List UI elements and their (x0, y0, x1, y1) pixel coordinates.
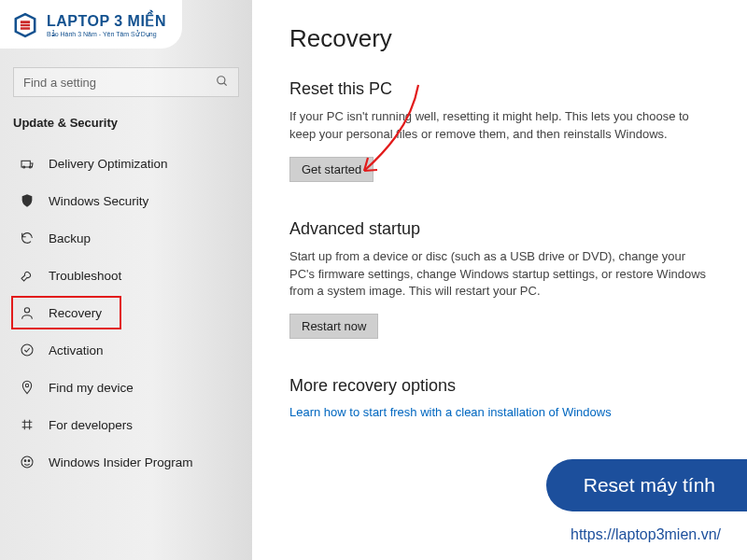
sidebar-item-for-developers[interactable]: For developers (0, 406, 252, 443)
backup-icon (19, 230, 35, 246)
annotation-badge: Reset máy tính (546, 459, 747, 511)
sidebar-nav: Delivery Optimization Windows Security B… (0, 145, 252, 481)
restart-now-button[interactable]: Restart now (289, 314, 378, 339)
svg-point-8 (21, 456, 33, 468)
sidebar-item-activation[interactable]: Activation (0, 331, 252, 369)
sidebar-item-windows-security[interactable]: Windows Security (0, 182, 252, 219)
svg-point-9 (24, 460, 26, 462)
sidebar-item-backup[interactable]: Backup (0, 219, 252, 257)
svg-rect-2 (21, 161, 30, 167)
advanced-heading: Advanced startup (289, 219, 710, 239)
page-title: Recovery (289, 24, 710, 53)
delivery-icon (19, 155, 35, 172)
fresh-install-link[interactable]: Learn how to start fresh with a clean in… (289, 405, 612, 419)
sidebar-item-label: Windows Security (49, 194, 148, 208)
sidebar-item-label: Troubleshoot (49, 269, 121, 283)
sidebar: LAPTOP 3 MIỀN Bảo Hành 3 Năm - Yên Tâm S… (0, 0, 252, 560)
shield-icon (19, 192, 35, 209)
sidebar-item-windows-insider[interactable]: Windows Insider Program (0, 443, 252, 481)
sidebar-section-title: Update & Security (0, 106, 252, 145)
advanced-description: Start up from a device or disc (such as … (289, 248, 710, 301)
sidebar-item-label: Recovery (49, 306, 102, 320)
check-circle-icon (19, 342, 35, 358)
sidebar-item-label: Find my device (49, 381, 134, 395)
sidebar-item-label: Backup (49, 231, 91, 245)
search-icon (216, 75, 229, 91)
insider-icon (19, 454, 35, 470)
wrench-icon (19, 267, 35, 284)
logo-mark-icon (9, 9, 41, 41)
recovery-icon (19, 304, 35, 321)
search-input-wrap[interactable] (13, 67, 239, 97)
reset-heading: Reset this PC (289, 79, 710, 99)
search-input[interactable] (23, 76, 216, 90)
svg-point-7 (25, 384, 28, 386)
svg-point-0 (218, 76, 225, 83)
sidebar-item-label: For developers (49, 418, 133, 432)
reset-pc-section: Reset this PC If your PC isn't running w… (289, 79, 710, 182)
svg-point-10 (28, 460, 30, 462)
sidebar-item-label: Windows Insider Program (49, 455, 193, 469)
svg-point-5 (24, 308, 29, 313)
get-started-button[interactable]: Get started (289, 157, 374, 182)
developers-icon (19, 416, 35, 433)
reset-description: If your PC isn't running well, resetting… (289, 108, 710, 144)
more-heading: More recovery options (289, 376, 710, 396)
sidebar-item-delivery-optimization[interactable]: Delivery Optimization (0, 145, 252, 182)
more-recovery-section: More recovery options Learn how to start… (289, 376, 710, 419)
sidebar-item-find-my-device[interactable]: Find my device (0, 369, 252, 406)
logo-title: LAPTOP 3 MIỀN (47, 14, 166, 29)
logo-subtitle: Bảo Hành 3 Năm - Yên Tâm Sử Dụng (47, 31, 166, 37)
sidebar-item-troubleshoot[interactable]: Troubleshoot (0, 257, 252, 294)
svg-line-1 (224, 82, 227, 85)
sidebar-item-recovery[interactable]: Recovery (0, 294, 252, 331)
sidebar-item-label: Activation (49, 343, 104, 357)
sidebar-item-label: Delivery Optimization (49, 157, 168, 171)
annotation-url: https://laptop3mien.vn/ (571, 526, 721, 543)
svg-point-6 (21, 344, 33, 356)
advanced-startup-section: Advanced startup Start up from a device … (289, 219, 710, 340)
brand-logo: LAPTOP 3 MIỀN Bảo Hành 3 Năm - Yên Tâm S… (0, 0, 182, 49)
location-icon (19, 379, 35, 396)
